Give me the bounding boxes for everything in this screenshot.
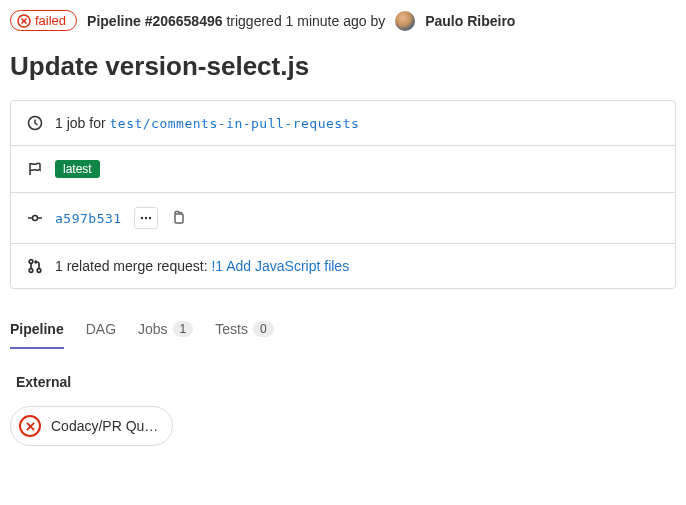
status-badge: failed	[10, 10, 77, 31]
job-name: Codacy/PR Qu…	[51, 418, 158, 434]
failed-icon	[17, 14, 31, 28]
merge-request-icon	[27, 258, 43, 274]
svg-point-7	[29, 260, 33, 264]
mr-text: 1 related merge request: !1 Add JavaScri…	[55, 258, 349, 274]
svg-point-3	[140, 217, 142, 219]
status-label: failed	[35, 13, 66, 28]
failed-icon	[19, 415, 41, 437]
svg-point-8	[29, 269, 33, 273]
copy-icon[interactable]	[170, 209, 186, 228]
branch-link[interactable]: test/comments-in-pull-requests	[109, 116, 359, 131]
tab-dag[interactable]: DAG	[86, 313, 116, 349]
tab-tests[interactable]: Tests0	[215, 313, 273, 349]
page-title: Update version-select.js	[10, 51, 676, 82]
commit-sha-link[interactable]: a597b531	[55, 211, 122, 226]
mr-link[interactable]: !1 Add JavaScript files	[211, 258, 349, 274]
pipeline-meta: Pipeline #206658496 triggered 1 minute a…	[87, 13, 385, 29]
svg-point-4	[144, 217, 146, 219]
tab-jobs[interactable]: Jobs1	[138, 313, 193, 349]
stage-name: External	[16, 374, 676, 390]
flag-icon	[27, 161, 43, 177]
pipeline-info-box: 1 job for test/comments-in-pull-requests…	[10, 100, 676, 289]
job-count-text: 1 job for test/comments-in-pull-requests	[55, 115, 359, 131]
avatar[interactable]	[395, 11, 415, 31]
latest-tag: latest	[55, 160, 100, 178]
job-pill[interactable]: Codacy/PR Qu…	[10, 406, 173, 446]
commit-icon	[27, 210, 43, 226]
svg-rect-6	[175, 214, 183, 223]
svg-point-9	[37, 269, 41, 273]
svg-point-2	[33, 216, 38, 221]
author-name[interactable]: Paulo Ribeiro	[425, 13, 515, 29]
tab-pipeline[interactable]: Pipeline	[10, 313, 64, 349]
tabs: Pipeline DAG Jobs1 Tests0	[10, 313, 676, 350]
svg-point-5	[148, 217, 150, 219]
more-button[interactable]	[134, 207, 158, 229]
clock-icon	[27, 115, 43, 131]
